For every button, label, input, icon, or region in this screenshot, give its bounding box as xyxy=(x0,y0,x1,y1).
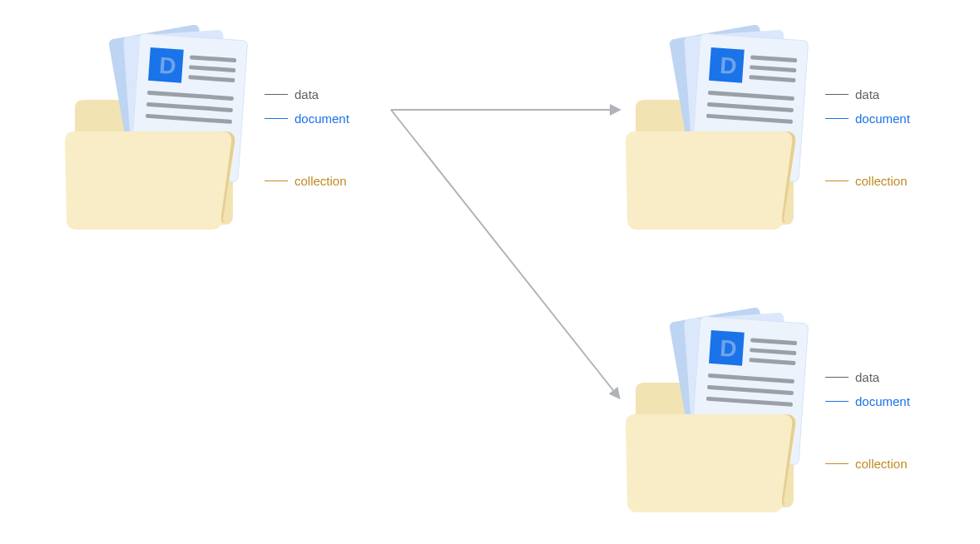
label-collection: collection xyxy=(265,175,349,187)
folder-icon: D xyxy=(58,25,275,241)
label-data: data xyxy=(825,88,910,101)
label-data: data xyxy=(825,371,910,383)
svg-text:D: D xyxy=(158,52,176,79)
label-document: document xyxy=(825,395,910,408)
folder-icon: D xyxy=(619,308,835,524)
label-group: data document collection xyxy=(825,88,910,199)
collection-node-left: D data document collection xyxy=(58,25,408,241)
folder-icon: D xyxy=(619,25,835,241)
label-data: data xyxy=(265,88,349,101)
collection-node-bottom-right: D data document collection xyxy=(619,308,968,524)
diagram-canvas: D data document collection xyxy=(0,0,980,544)
label-document: document xyxy=(825,112,910,125)
svg-text:D: D xyxy=(719,52,737,79)
collection-node-top-right: D data document collection xyxy=(619,25,968,241)
label-group: data document collection xyxy=(825,371,910,482)
label-group: data document collection xyxy=(265,88,349,199)
label-document: document xyxy=(265,112,349,125)
svg-text:D: D xyxy=(719,335,737,362)
label-collection: collection xyxy=(825,175,910,187)
label-collection: collection xyxy=(825,457,910,470)
svg-line-1 xyxy=(391,110,619,398)
